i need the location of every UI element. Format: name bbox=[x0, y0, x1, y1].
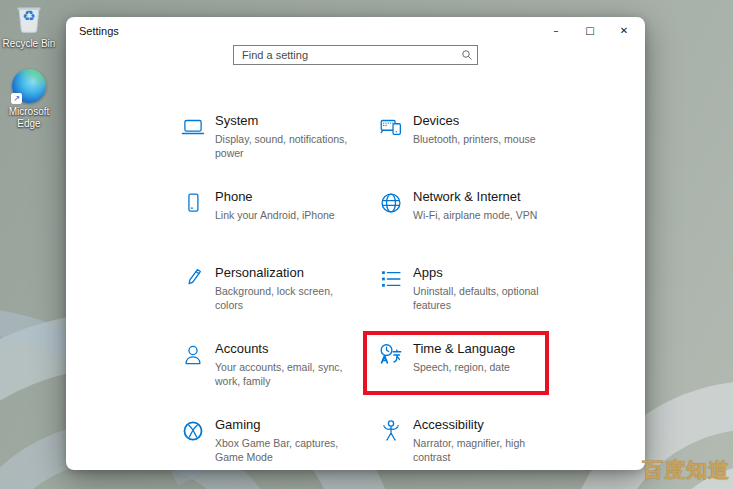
accounts-icon bbox=[180, 342, 206, 368]
category-name: Network & Internet bbox=[413, 189, 559, 205]
network-icon bbox=[378, 190, 404, 216]
window-title: Settings bbox=[79, 25, 119, 37]
maximize-button[interactable]: □ bbox=[573, 17, 607, 44]
watermark: 百度知道 bbox=[642, 456, 730, 484]
minimize-button[interactable]: – bbox=[539, 17, 573, 44]
window-controls: – □ ✕ bbox=[539, 17, 641, 44]
title-bar[interactable]: Settings – □ ✕ bbox=[66, 17, 645, 44]
category-text: Network & InternetWi-Fi, airplane mode, … bbox=[413, 189, 559, 222]
category-name: Devices bbox=[413, 113, 559, 129]
search-input[interactable] bbox=[233, 45, 478, 65]
desktop-icon-label: Recycle Bin bbox=[3, 38, 56, 50]
settings-category-system[interactable]: SystemDisplay, sound, notifications, pow… bbox=[180, 113, 378, 189]
gaming-icon bbox=[180, 418, 206, 444]
category-description: Link your Android, iPhone bbox=[215, 208, 361, 222]
category-name: Accounts bbox=[215, 341, 361, 357]
category-text: PersonalizationBackground, lock screen, … bbox=[215, 265, 361, 312]
system-icon bbox=[180, 114, 206, 140]
settings-category-network-internet[interactable]: Network & InternetWi-Fi, airplane mode, … bbox=[378, 189, 576, 265]
settings-category-personalization[interactable]: PersonalizationBackground, lock screen, … bbox=[180, 265, 378, 341]
search-box bbox=[233, 45, 478, 65]
settings-category-devices[interactable]: DevicesBluetooth, printers, mouse bbox=[378, 113, 576, 189]
desktop-icon-microsoft-edge[interactable]: ↗ Microsoft Edge bbox=[1, 68, 57, 130]
settings-category-apps[interactable]: AppsUninstall, defaults, optional featur… bbox=[378, 265, 576, 341]
phone-icon bbox=[180, 190, 206, 216]
category-text: AppsUninstall, defaults, optional featur… bbox=[413, 265, 559, 312]
desktop-icon-list: ♻ Recycle Bin ↗ Microsoft Edge bbox=[1, 0, 57, 130]
category-description: Xbox Game Bar, captures, Game Mode bbox=[215, 436, 361, 464]
settings-category-accessibility[interactable]: AccessibilityNarrator, magnifier, high c… bbox=[378, 417, 576, 470]
settings-category-grid: SystemDisplay, sound, notifications, pow… bbox=[180, 113, 576, 470]
shortcut-arrow-icon: ↗ bbox=[11, 93, 22, 104]
category-description: Speech, region, date bbox=[413, 360, 559, 374]
close-button[interactable]: ✕ bbox=[607, 17, 641, 44]
category-description: Display, sound, notifications, power bbox=[215, 132, 361, 160]
category-name: Apps bbox=[413, 265, 559, 281]
category-text: DevicesBluetooth, printers, mouse bbox=[413, 113, 559, 146]
desktop-icon-recycle-bin[interactable]: ♻ Recycle Bin bbox=[1, 0, 57, 50]
category-name: System bbox=[215, 113, 361, 129]
devices-icon bbox=[378, 114, 404, 140]
edge-icon: ↗ bbox=[11, 68, 47, 104]
category-name: Gaming bbox=[215, 417, 361, 433]
category-text: Time & LanguageSpeech, region, date bbox=[413, 341, 559, 374]
category-name: Phone bbox=[215, 189, 361, 205]
category-description: Background, lock screen, colors bbox=[215, 284, 361, 312]
category-name: Personalization bbox=[215, 265, 361, 281]
recycle-symbol: ♻ bbox=[11, 7, 47, 25]
time-language-icon bbox=[378, 342, 404, 368]
recycle-bin-icon: ♻ bbox=[11, 0, 47, 36]
category-name: Accessibility bbox=[413, 417, 559, 433]
category-text: SystemDisplay, sound, notifications, pow… bbox=[215, 113, 361, 160]
category-description: Narrator, magnifier, high contrast bbox=[413, 436, 559, 464]
category-description: Uninstall, defaults, optional features bbox=[413, 284, 559, 312]
category-name: Time & Language bbox=[413, 341, 559, 357]
category-text: AccessibilityNarrator, magnifier, high c… bbox=[413, 417, 559, 464]
category-description: Your accounts, email, sync, work, family bbox=[215, 360, 361, 388]
settings-category-phone[interactable]: PhoneLink your Android, iPhone bbox=[180, 189, 378, 265]
accessibility-icon bbox=[378, 418, 404, 444]
category-description: Bluetooth, printers, mouse bbox=[413, 132, 559, 146]
apps-icon bbox=[378, 266, 404, 292]
desktop-icon-label: Microsoft Edge bbox=[1, 106, 57, 130]
settings-category-gaming[interactable]: GamingXbox Game Bar, captures, Game Mode bbox=[180, 417, 378, 470]
magnifier-icon bbox=[461, 49, 473, 61]
settings-category-accounts[interactable]: AccountsYour accounts, email, sync, work… bbox=[180, 341, 378, 417]
personalization-icon bbox=[180, 266, 206, 292]
category-text: GamingXbox Game Bar, captures, Game Mode bbox=[215, 417, 361, 464]
category-text: PhoneLink your Android, iPhone bbox=[215, 189, 361, 222]
settings-category-time-language[interactable]: Time & LanguageSpeech, region, date bbox=[378, 341, 576, 417]
category-description: Wi-Fi, airplane mode, VPN bbox=[413, 208, 559, 222]
category-text: AccountsYour accounts, email, sync, work… bbox=[215, 341, 361, 388]
settings-window: Settings – □ ✕ SystemDisplay, sound, not… bbox=[66, 17, 645, 470]
